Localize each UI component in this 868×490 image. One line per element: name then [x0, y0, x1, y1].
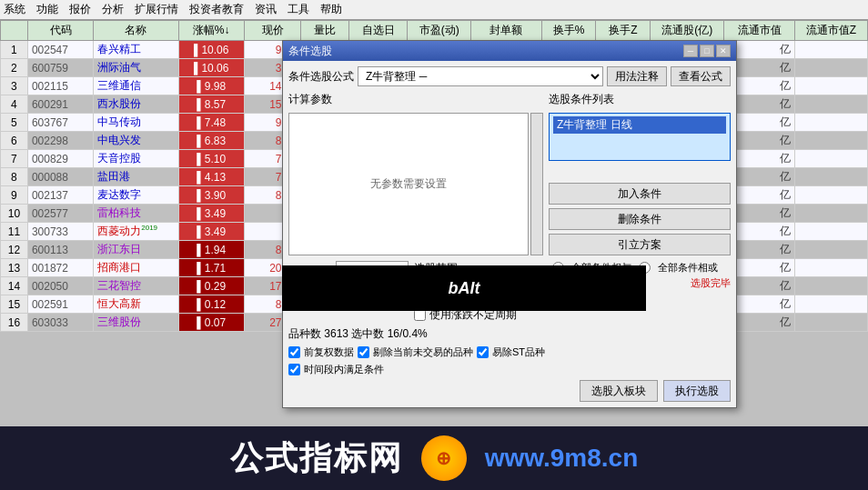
cell-pct: ▌10.06: [178, 41, 244, 59]
cell-idx: 9: [1, 186, 28, 205]
cell-code: 002137: [27, 186, 93, 205]
cell-code: 002591: [27, 295, 93, 314]
dialog-columns: 计算参数 无参数需要设置 选股条件列表 Z牛背整理 日线: [288, 92, 731, 255]
col-header-seal: 封单额: [471, 21, 541, 41]
main-area: 代码 名称 涨幅%↓ 现价 量比 自选日 市盈(动) 封单额 换手% 换手Z 流…: [0, 20, 868, 426]
cell-name: 招商港口: [94, 259, 178, 277]
view-formula-button[interactable]: 查看公式: [671, 66, 731, 86]
menu-news[interactable]: 资讯: [255, 2, 277, 17]
formula-select[interactable]: Z牛背整理 ─: [358, 66, 603, 86]
menu-tools[interactable]: 工具: [288, 2, 309, 17]
col-header-code: 代码: [27, 21, 93, 41]
menu-help[interactable]: 帮助: [320, 2, 342, 17]
cell-circvalz: [794, 114, 867, 132]
cell-code: 600759: [27, 59, 93, 77]
col-header-auto: 自选日: [348, 21, 408, 41]
col-header-pct[interactable]: 涨幅%↓: [178, 21, 244, 41]
formula-row: 条件选股公式 Z牛背整理 ─ 用法注释 查看公式: [288, 66, 731, 86]
cell-circvalz: [794, 259, 867, 277]
col-header-name: 名称: [94, 21, 178, 41]
solution-button[interactable]: 引立方案: [549, 234, 731, 255]
cell-circvalz: [794, 186, 867, 205]
execute-select-button[interactable]: 执行选股: [663, 380, 731, 402]
condition-select-dialog: 条件选股 ─ □ ✕ 条件选股公式 Z牛背整理 ─ 用法注释 查看公式: [282, 40, 737, 408]
cell-pct: ▌9.98: [178, 77, 244, 95]
chk-remove-st[interactable]: [477, 346, 489, 358]
condition-item[interactable]: Z牛背整理 日线: [553, 116, 726, 134]
dialog-minimize-button[interactable]: ─: [683, 45, 698, 57]
delete-condition-button[interactable]: 删除条件: [549, 208, 731, 230]
checkboxes-row2: 时间段内满足条件: [288, 363, 731, 376]
help-button[interactable]: 用法注释: [607, 66, 667, 86]
radio-or-label: 全部条件相或: [658, 261, 718, 275]
logo-icon: ⊕: [436, 447, 451, 469]
cell-name: 春兴精工: [94, 41, 178, 59]
col-header-mktcap: 市盈(动): [408, 21, 471, 41]
action-buttons: 加入条件 删除条件 引立方案: [549, 183, 731, 255]
cell-idx: 12: [1, 241, 28, 259]
param-label: 计算参数: [288, 92, 543, 107]
chk-remove-inactive[interactable]: [358, 346, 369, 358]
cell-name: 中电兴发: [94, 132, 178, 150]
select-block-button[interactable]: 选股入板块: [580, 380, 658, 402]
cell-pct: ▌0.07: [178, 314, 244, 332]
cell-code: 002577: [27, 205, 93, 223]
cell-pct: ▌1.94: [178, 241, 244, 259]
cell-circvalz: [794, 295, 867, 314]
menu-analysis[interactable]: 分析: [102, 2, 124, 17]
chk-time-range[interactable]: [288, 364, 300, 375]
cell-pct: ▌3.90: [178, 186, 244, 205]
complete-button[interactable]: 选股完毕: [691, 277, 731, 288]
cell-idx: 13: [1, 259, 28, 277]
menu-function[interactable]: 功能: [36, 2, 58, 17]
cell-pct: ▌3.49: [178, 205, 244, 223]
overlay-text: bAIt: [449, 279, 480, 298]
dialog-close-button[interactable]: ✕: [716, 45, 731, 57]
cell-idx: 3: [1, 77, 28, 95]
cell-code: 603767: [27, 114, 93, 132]
stats-row: 品种数 3613 选中数 16/0.4%: [288, 326, 731, 342]
menu-extended[interactable]: 扩展行情: [135, 2, 178, 17]
cell-circvalz: [794, 95, 867, 114]
cell-name: 三维股份: [94, 314, 178, 332]
cell-idx: 16: [1, 314, 28, 332]
conditions-column: 选股条件列表 Z牛背整理 日线 加入条件 删除条件 引立方案: [549, 92, 731, 255]
col-header-turn: 换手%: [541, 21, 596, 41]
param-note: 无参数需要设置: [370, 176, 447, 192]
menu-system[interactable]: 系统: [4, 2, 25, 17]
dialog-maximize-button[interactable]: □: [700, 45, 714, 57]
cell-code: 603033: [27, 314, 93, 332]
cell-idx: 8: [1, 168, 28, 186]
conditions-label: 选股条件列表: [549, 92, 731, 107]
cell-name: 雷柏科技: [94, 205, 178, 223]
cell-name: 西菱动力2019: [94, 223, 178, 241]
stats-text: 品种数 3613 选中数 16/0.4%: [288, 326, 428, 342]
cell-pct: ▌7.48: [178, 114, 244, 132]
chk-prev-restore[interactable]: [288, 346, 300, 358]
col-header-idx: [1, 21, 28, 41]
cell-idx: 7: [1, 150, 28, 168]
col-header-price: 现价: [244, 21, 300, 41]
cell-pct: ▌0.12: [178, 295, 244, 314]
cell-idx: 2: [1, 59, 28, 77]
cell-idx: 1: [1, 41, 28, 59]
cell-circvalz: [794, 132, 867, 150]
menu-education[interactable]: 投资者教育: [189, 2, 244, 17]
cell-name: 天音控股: [94, 150, 178, 168]
formula-label: 条件选股公式: [288, 69, 354, 85]
cell-idx: 4: [1, 95, 28, 114]
cell-pct: ▌0.29: [178, 277, 244, 295]
black-overlay: bAIt: [282, 265, 646, 311]
param-scrollbar[interactable]: [530, 113, 543, 255]
cell-pct: ▌3.49: [178, 223, 244, 241]
chk-time-range-label: 时间段内满足条件: [304, 363, 384, 376]
col-header-circvalz: 流通市值Z: [794, 21, 867, 41]
add-condition-button[interactable]: 加入条件: [549, 183, 731, 205]
cell-pct: ▌8.57: [178, 95, 244, 114]
menubar: 系统 功能 报价 分析 扩展行情 投资者教育 资讯 工具 帮助: [0, 0, 868, 20]
cell-circvalz: [794, 59, 867, 77]
cell-code: 300733: [27, 223, 93, 241]
banner-logo: ⊕: [421, 435, 467, 481]
cell-code: 600113: [27, 241, 93, 259]
menu-quote[interactable]: 报价: [69, 2, 91, 17]
